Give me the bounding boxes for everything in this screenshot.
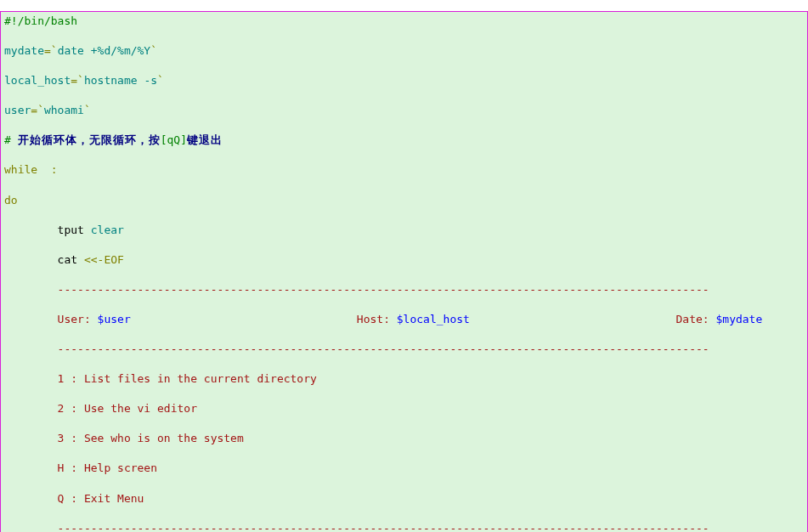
menu-item-q: Q : Exit Menu (4, 492, 144, 505)
divider: ----------------------------------------… (4, 522, 709, 532)
shebang: #!/bin/bash (4, 14, 77, 27)
var-user: user (4, 104, 31, 116)
while: while : (4, 163, 58, 176)
menu-item-3: 3 : See who is on the system (4, 432, 244, 444)
divider: ----------------------------------------… (4, 342, 709, 355)
var-mydate: mydate (4, 44, 44, 57)
menu-item-1: 1 : List files in the current directory (4, 372, 317, 385)
code-block: #!/bin/bash mydate=`date +%d/%m/%Y` loca… (0, 11, 808, 532)
menu-item-h: H : Help screen (4, 461, 157, 474)
menu-item-2: 2 : Use the vi editor (4, 402, 197, 415)
var-localhost: local_host (4, 74, 71, 87)
divider: ----------------------------------------… (4, 283, 709, 296)
do: do (4, 194, 18, 207)
